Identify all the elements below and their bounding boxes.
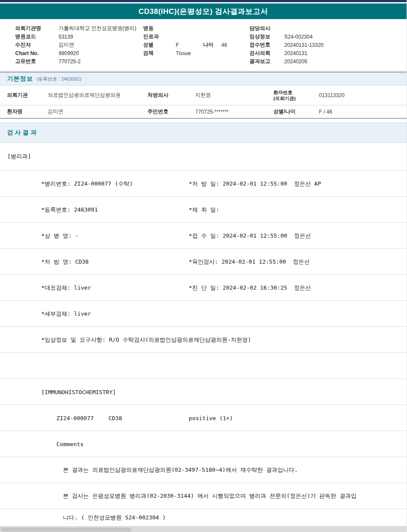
field-value: 20240131-13320 [284, 42, 324, 48]
detail-left: *처 방 명: CD38 [41, 258, 89, 266]
field-value: Tissue [176, 50, 191, 56]
comment-row: 본 결과는 의료법인삼광의료재단삼광의원(02-3497-5180~4)에서 재… [0, 457, 407, 483]
field-value-sex: F [176, 42, 203, 48]
basic-info-registration-no: (등록번호 : 2463091) [36, 76, 81, 82]
field-label: Chart No. [15, 50, 59, 56]
scrollbar-thumb[interactable] [1, 528, 131, 532]
field-clinical-info: 임상정보S24-002304 [249, 33, 407, 41]
field-label: 임상정보 [249, 33, 284, 40]
resident-no-value: 770725-******* [195, 109, 273, 115]
ihc-header-row: [IMMUNOHISTOCHEMISTRY] [0, 379, 407, 405]
field-label: 검사의뢰 [249, 49, 284, 57]
comment-row: 니다. ( 인천성모병원 S24-002304 ) [0, 509, 407, 526]
table-row: 환자명 김미연 주민번호 770725-******* 성별/나이 F / 46 [0, 105, 407, 118]
field-label: 고유번호 [15, 58, 59, 65]
detail-right: *진 단 일: 2024-02-02 16:30:25 정은선 [189, 284, 311, 292]
sex-age-label: 성별/나이 [273, 108, 319, 115]
detail-row-pathology-no: *병리번호: ZI24-000077 (수탁)*처 방 일: 2024-02-0… [0, 171, 407, 197]
field-label: 결과보고 [249, 58, 284, 65]
detail-row-sub-specimen: *세부검체: liver [0, 301, 407, 327]
header-col-right: 담당의사 임상정보S24-002304 접수번호20240131-13320 검… [249, 24, 407, 72]
detail-row-registration-no: *등록번호: 2463091*채 취 일: [0, 197, 407, 223]
basic-info-table: 의뢰기관 의료법인삼광의료재단삼광의원 처방의사 지헌영 환자번호(의뢰기관) … [0, 85, 407, 119]
department-label: [병리과] [7, 153, 31, 160]
comment-row: 본 검사는 은평성모병원 병리과(02-2030-3144) 에서 시행되었으며… [0, 483, 407, 509]
field-label: 접수번호 [249, 41, 284, 49]
detail-right: *채 취 일: [189, 206, 219, 214]
field-value: 김미연 [59, 41, 74, 49]
field-receipt-no: 접수번호20240131-13320 [249, 41, 407, 49]
field-value: 20240205 [284, 59, 307, 65]
field-label: 병동 [143, 25, 176, 32]
referring-org-value: 의료법인삼광의료재단삼광의원 [48, 91, 148, 99]
detail-left: *임상정보 및 요구사항: R/O 수탁검사(의료법인삼광의료재단삼광의원-지헌… [41, 336, 251, 344]
field-hospital-code: 병원코드53139 [15, 33, 143, 41]
field-value: 20240131 [284, 50, 307, 56]
comment-text: 본 결과는 의료법인삼광의료재단삼광의원(02-3497-5180~4)에서 재… [63, 466, 298, 474]
report-title: CD38(IHC)(은평성모) 검사결과보고서 [138, 7, 268, 16]
patient-no-label-line1: 환자번호 [273, 90, 292, 95]
sex-age-value: F / 46 [319, 109, 407, 115]
ihc-header-label: [IMMUNOHISTOCHEMISTRY] [41, 388, 116, 395]
result-row: ZI24-000077 CD38 positive (1+) [0, 405, 407, 431]
field-value: 가톨릭대학교 인천성모병원(병리) [59, 25, 136, 32]
comments-label: Comments [56, 441, 84, 447]
field-value: 770725-2 [59, 59, 81, 65]
result-value: positive (1+) [189, 415, 233, 421]
field-attending-doctor: 담당의사 [249, 24, 407, 33]
spacer [0, 119, 407, 123]
resident-no-label: 주민번호 [148, 108, 195, 115]
report-title-bar: CD38(IHC)(은평성모) 검사결과보고서 [0, 3, 407, 19]
basic-info-section-header: 기본정보 (등록번호 : 2463091) [0, 72, 407, 85]
detail-row-main-specimen: *대표검체: liver*진 단 일: 2024-02-02 16:30:25 … [0, 275, 407, 301]
field-label: 진료과 [143, 33, 176, 40]
detail-left: *상 병 명: - [41, 232, 79, 240]
patient-name-label: 환자명 [7, 108, 48, 115]
field-label-age: 나이 [203, 41, 221, 49]
field-chart-no: Chart No.9809920 [15, 49, 143, 57]
detail-right: *접 수 일: 2024-02-01 12:55:00 정은선 [189, 232, 311, 240]
referring-org-label: 의뢰기관 [7, 91, 48, 99]
field-sex-age: 성별 F 나이 46 [143, 41, 249, 49]
patient-name-value: 김미연 [48, 108, 148, 115]
report-header: 의뢰기관명가톨릭대학교 인천성모병원(병리) 병원코드53139 수진자김미연 … [0, 19, 407, 72]
result-code: ZI24-000077 [56, 415, 94, 421]
patient-no-value: 013113320 [319, 92, 407, 98]
field-report-date: 결과보고20240205 [249, 57, 407, 65]
field-requesting-org: 의뢰기관명가톨릭대학교 인천성모병원(병리) [15, 24, 143, 33]
empty-row [0, 353, 407, 379]
comments-label-row: Comments [0, 431, 407, 457]
patient-no-label-line2: (의뢰기관) [273, 96, 295, 101]
field-label: 담당의사 [249, 25, 284, 32]
field-label-sex: 성별 [143, 41, 176, 49]
comment-text: 본 검사는 은평성모병원 병리과(02-2030-3144) 에서 시행되었으며… [63, 492, 357, 500]
prescribing-doctor-value: 지헌영 [195, 91, 273, 99]
field-label: 병원코드 [15, 33, 59, 40]
field-ward: 병동 [143, 24, 249, 33]
field-label: 의뢰기관명 [15, 25, 59, 32]
detail-left: *병리번호: ZI24-000077 (수탁) [41, 180, 133, 188]
horizontal-scrollbar[interactable] [0, 526, 407, 532]
detail-left: *대표검체: liver [41, 284, 91, 292]
comment-text: 니다. ( 인천성모병원 S24-002304 ) [63, 514, 166, 522]
results-section-title: 검 사 결 과 [7, 129, 36, 137]
field-label: 검체 [143, 49, 176, 57]
result-test-name: CD38 [108, 415, 122, 421]
department-row: [병리과] [0, 143, 407, 171]
detail-left: *세부검체: liver [41, 310, 91, 318]
prescribing-doctor-label: 처방의사 [148, 91, 195, 99]
table-row: 의뢰기관 의료법인삼광의료재단삼광의원 처방의사 지헌영 환자번호(의뢰기관) … [0, 85, 407, 105]
field-specimen: 검체Tissue [143, 49, 249, 57]
detail-left: *등록번호: 2463091 [41, 206, 98, 214]
detail-row-order-name: *처 방 명: CD38*육안검사: 2024-02-01 12:55:00 정… [0, 249, 407, 275]
field-examinee: 수진자김미연 [15, 41, 143, 49]
basic-info-title: 기본정보 [7, 75, 33, 83]
pathology-detail: [병리과] *병리번호: ZI24-000077 (수탁)*처 방 일: 202… [0, 143, 407, 526]
detail-row-clinical-request: *임상정보 및 요구사항: R/O 수탁검사(의료법인삼광의료재단삼광의원-지헌… [0, 327, 407, 353]
field-value: S24-002304 [284, 34, 312, 40]
detail-row-diagnosis-name: *상 병 명: -*접 수 일: 2024-02-01 12:55:00 정은선 [0, 223, 407, 249]
field-label: 수진자 [15, 41, 59, 49]
field-value: 9809920 [59, 50, 79, 56]
patient-no-label: 환자번호(의뢰기관) [273, 89, 319, 101]
field-request-date: 검사의뢰20240131 [249, 49, 407, 57]
